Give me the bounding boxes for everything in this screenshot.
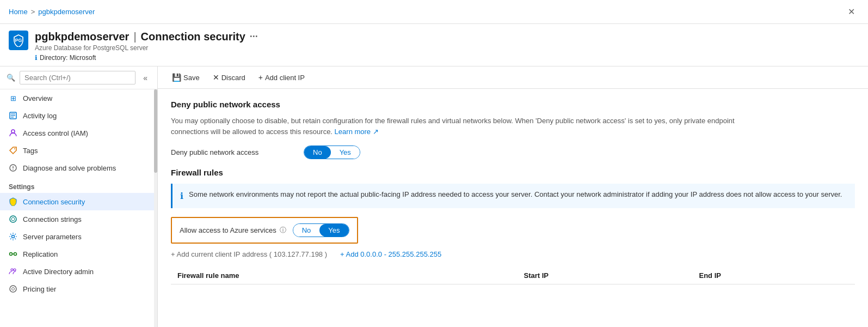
- sidebar-item-iam[interactable]: Access control (IAM): [0, 124, 157, 142]
- add-icon: +: [258, 73, 263, 82]
- sidebar-label-connection-strings: Connection strings: [23, 215, 82, 223]
- svg-point-16: [14, 269, 16, 271]
- allow-toggle-no[interactable]: No: [293, 224, 320, 237]
- sidebar-item-overview[interactable]: ⊞ Overview: [0, 89, 157, 107]
- svg-point-11: [11, 217, 15, 221]
- sidebar: 🔍 « ⊞ Overview Activity log: [0, 66, 158, 327]
- directory-info: ℹ Directory: Microsoft: [35, 54, 859, 62]
- sidebar-label-overview: Overview: [23, 94, 52, 102]
- firewall-rules-title: Firewall rules: [171, 168, 855, 177]
- sidebar-label-ad-admin: Active Directory admin: [23, 268, 94, 276]
- save-label: Save: [183, 74, 200, 82]
- activity-icon: [9, 111, 17, 120]
- firewall-info-box: ℹ Some network environments may not repo…: [171, 184, 855, 208]
- resource-icon: PG: [9, 31, 28, 50]
- content-area: 💾 Save ✕ Discard + Add client IP Deny pu…: [158, 66, 868, 327]
- postgresql-icon: PG: [12, 34, 25, 47]
- connection-strings-icon: [9, 215, 17, 223]
- svg-point-10: [10, 216, 16, 222]
- sidebar-item-pricing-tier[interactable]: Pricing tier: [0, 280, 157, 298]
- firewall-rules-table: Firewall rule name Start IP End IP: [171, 267, 855, 284]
- allow-azure-label: Allow access to Azure services ⓘ: [180, 226, 286, 235]
- sidebar-label-activity-log: Activity log: [23, 112, 57, 120]
- allow-toggle-yes[interactable]: Yes: [319, 224, 348, 237]
- breadcrumb: Home > pgbkpdemoserver: [9, 8, 95, 16]
- breadcrumb-home[interactable]: Home: [9, 8, 28, 16]
- content-body: Deny public network access You may optio…: [158, 89, 868, 295]
- sidebar-nav: ⊞ Overview Activity log Access control: [0, 89, 157, 298]
- svg-point-15: [11, 269, 13, 271]
- svg-point-14: [14, 253, 17, 256]
- info-icon: ℹ: [35, 54, 38, 62]
- breadcrumb-current[interactable]: pgbkpdemoserver: [38, 8, 95, 16]
- add-client-ip-label: Add client IP: [265, 74, 305, 82]
- learn-more-link[interactable]: Learn more ↗: [335, 128, 379, 136]
- content-toolbar: 💾 Save ✕ Discard + Add client IP: [158, 66, 868, 89]
- deny-public-access-toggle[interactable]: No Yes: [304, 146, 360, 159]
- resource-ellipsis-button[interactable]: ···: [250, 31, 258, 43]
- grid-icon: ⊞: [9, 94, 17, 102]
- help-icon[interactable]: ⓘ: [280, 226, 286, 235]
- close-button[interactable]: ✕: [844, 4, 859, 19]
- resource-subtitle: Azure Database for PostgreSQL server: [35, 44, 859, 52]
- app-container: Home > pgbkpdemoserver ✕ PG pgbkpdemoser…: [0, 0, 868, 327]
- sidebar-label-tags: Tags: [23, 147, 38, 155]
- resource-title-group: pgbkpdemoserver | Connection security ··…: [35, 31, 859, 62]
- sidebar-collapse-button[interactable]: «: [140, 72, 151, 83]
- page-title: Connection security: [141, 31, 245, 43]
- shield-icon: [9, 197, 17, 206]
- sidebar-item-server-parameters[interactable]: Server parameters: [0, 228, 157, 245]
- sidebar-label-connection-security: Connection security: [23, 198, 85, 206]
- svg-point-5: [11, 130, 15, 133]
- deny-toggle-yes[interactable]: Yes: [331, 146, 360, 159]
- directory-label: Directory: Microsoft: [40, 54, 96, 62]
- sidebar-nav-wrapper: ⊞ Overview Activity log Access control: [0, 89, 157, 327]
- add-client-ip-button[interactable]: + Add client IP: [253, 71, 310, 84]
- add-ip-range-link[interactable]: + Add 0.0.0.0 - 255.255.255.255: [340, 250, 441, 258]
- deny-public-access-field-label: Deny public network access: [171, 148, 291, 156]
- deny-public-access-description: You may optionally choose to disable, bu…: [171, 116, 769, 137]
- sidebar-item-ad-admin[interactable]: Active Directory admin: [0, 263, 157, 280]
- diagnose-icon: [9, 164, 17, 172]
- sidebar-item-connection-strings[interactable]: Connection strings: [0, 210, 157, 228]
- sidebar-scrollbar-track: [154, 89, 157, 327]
- sidebar-item-connection-security[interactable]: Connection security: [0, 193, 157, 210]
- col-end-ip: End IP: [692, 267, 855, 284]
- iam-icon: [9, 129, 17, 137]
- resource-header: PG pgbkpdemoserver | Connection security…: [0, 24, 868, 66]
- breadcrumb-separator: >: [31, 8, 35, 16]
- discard-button[interactable]: ✕ Discard: [207, 71, 251, 84]
- deny-public-access-title: Deny public network access: [171, 100, 855, 109]
- svg-point-9: [13, 169, 14, 170]
- sidebar-label-replication: Replication: [23, 250, 58, 258]
- sidebar-item-activity-log[interactable]: Activity log: [0, 107, 157, 124]
- firewall-rules-section: Firewall rules ℹ Some network environmen…: [171, 168, 855, 284]
- title-divider: |: [133, 31, 136, 43]
- allow-azure-toggle[interactable]: No Yes: [293, 223, 349, 237]
- sidebar-item-tags[interactable]: Tags: [0, 142, 157, 159]
- top-bar: Home > pgbkpdemoserver ✕: [0, 0, 868, 24]
- sidebar-label-diagnose: Diagnose and solve problems: [23, 164, 116, 172]
- deny-public-access-field-row: Deny public network access No Yes: [171, 146, 855, 159]
- save-button[interactable]: 💾 Save: [167, 71, 205, 84]
- ad-admin-icon: [9, 267, 17, 276]
- sidebar-item-diagnose[interactable]: Diagnose and solve problems: [0, 159, 157, 177]
- settings-section-label: Settings: [0, 177, 157, 193]
- tags-icon: [9, 146, 17, 155]
- info-circle-icon: ℹ: [180, 190, 183, 203]
- deny-toggle-no[interactable]: No: [304, 146, 331, 159]
- add-current-ip-link[interactable]: + Add current client IP address ( 103.12…: [171, 250, 327, 258]
- search-input[interactable]: [20, 71, 136, 84]
- allow-azure-services-box: Allow access to Azure services ⓘ No Yes: [171, 217, 358, 244]
- pricing-icon: [9, 284, 17, 293]
- sidebar-scrollbar-thumb[interactable]: [154, 89, 157, 173]
- resource-name: pgbkpdemoserver: [35, 31, 129, 43]
- svg-point-18: [12, 288, 15, 290]
- resource-title: pgbkpdemoserver | Connection security ··…: [35, 31, 859, 43]
- discard-label: Discard: [221, 74, 245, 82]
- svg-point-12: [12, 235, 15, 238]
- sidebar-label-pricing-tier: Pricing tier: [23, 285, 56, 293]
- sidebar-item-replication[interactable]: Replication: [0, 245, 157, 263]
- firewall-info-text: Some network environments may not report…: [189, 189, 842, 200]
- svg-point-17: [10, 286, 16, 292]
